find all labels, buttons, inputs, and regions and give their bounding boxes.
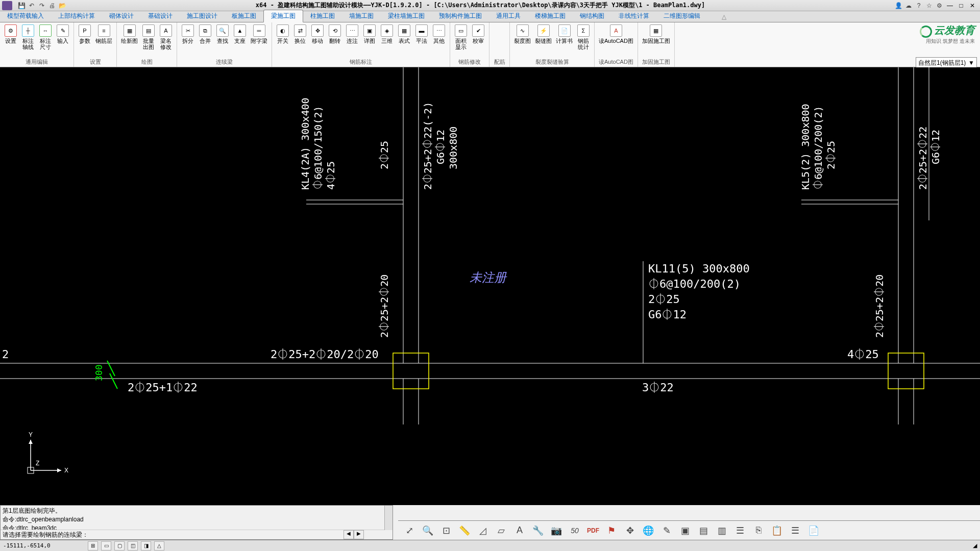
- zoom-in-icon[interactable]: 🔍: [421, 523, 435, 538]
- globe-icon[interactable]: 🌐: [641, 523, 655, 538]
- measure-area-icon[interactable]: ▱: [494, 523, 508, 538]
- rb-toggle[interactable]: ◐开关: [274, 23, 291, 45]
- pdf-icon[interactable]: PDF: [586, 523, 600, 538]
- svg-text:KL4(2A) 300x400: KL4(2A) 300x400: [299, 97, 311, 190]
- rb-area[interactable]: ▭面积 显示: [452, 23, 470, 51]
- gear-icon[interactable]: ⚙: [935, 2, 943, 10]
- tab-14[interactable]: 非线性计算: [611, 10, 656, 22]
- rb-detail[interactable]: ▣详图: [361, 23, 378, 45]
- svg-text:2⏀25+2⏀20: 2⏀25+2⏀20: [873, 274, 886, 338]
- snap-btn-4[interactable]: ◨: [141, 541, 151, 550]
- resize-grip[interactable]: ◢: [973, 542, 977, 549]
- layer3-icon[interactable]: ▥: [715, 523, 729, 538]
- rb-reinforce[interactable]: ▦加固施工图: [640, 23, 672, 45]
- tab-12[interactable]: 楼梯施工图: [528, 10, 573, 22]
- paste-icon[interactable]: 📋: [770, 523, 784, 538]
- snap-btn-5[interactable]: △: [154, 541, 164, 550]
- wrench-icon[interactable]: 🔧: [531, 523, 545, 538]
- user-icon[interactable]: 👤: [894, 2, 902, 10]
- redo-icon[interactable]: ↷: [38, 2, 46, 10]
- rb-stat[interactable]: Σ钢筋 统计: [575, 23, 592, 51]
- rb-cont[interactable]: ⋯连注: [344, 23, 361, 45]
- snap-btn-1[interactable]: ▭: [101, 541, 111, 550]
- close-button[interactable]: ✕: [968, 2, 977, 10]
- tab-1[interactable]: 上部结构计算: [51, 10, 102, 22]
- drawing-canvas[interactable]: 300 2 KL4(2A) 300x400 ⏀6@100/150(2) 4⏀25…: [0, 67, 980, 505]
- snap-btn-2[interactable]: ▢: [114, 541, 125, 550]
- camera-icon[interactable]: 📷: [549, 523, 564, 538]
- tab-0[interactable]: 模型荷载输入: [0, 10, 51, 22]
- rb-subbeam[interactable]: ═附字梁: [249, 23, 270, 45]
- measure-dist-icon[interactable]: 📏: [457, 523, 472, 538]
- cursor-coords: -15111,-6514,0: [3, 542, 85, 549]
- rb-acad[interactable]: A读AutoCAD图: [597, 23, 635, 45]
- rb-flat[interactable]: ▬平法: [413, 23, 430, 45]
- rb-rename[interactable]: A梁名 修改: [157, 23, 175, 51]
- layer1-icon[interactable]: ▣: [678, 523, 692, 538]
- help-icon[interactable]: ?: [915, 2, 923, 10]
- rb-split[interactable]: ✂拆分: [179, 23, 197, 45]
- rb-rebar-layer[interactable]: ≡钢筋层: [93, 23, 114, 45]
- scale-number[interactable]: 50: [568, 523, 582, 538]
- star-icon[interactable]: ☆: [925, 2, 933, 10]
- tab-8[interactable]: 墙施工图: [342, 10, 381, 22]
- zoom-window-icon[interactable]: ⊡: [439, 523, 453, 538]
- print-icon[interactable]: 🖨: [48, 2, 56, 10]
- rb-merge[interactable]: ⧉合并: [197, 23, 214, 45]
- tab-10[interactable]: 预制构件施工图: [432, 10, 489, 22]
- tab-15[interactable]: 二维图形编辑: [656, 10, 707, 22]
- rb-flip[interactable]: ⟲翻转: [326, 23, 344, 45]
- rb-check[interactable]: ✔校审: [470, 23, 487, 45]
- ribbon-collapse[interactable]: △: [718, 12, 730, 22]
- rb-newdraw[interactable]: ▦绘新图: [119, 23, 140, 45]
- rb-crack[interactable]: ⚡裂缝图: [533, 23, 554, 45]
- rb-axis[interactable]: ┼标注 轴线: [19, 23, 37, 51]
- copy-icon[interactable]: ⎘: [751, 523, 766, 538]
- rb-calc[interactable]: 📄计算书: [554, 23, 575, 45]
- pencil-icon[interactable]: ✎: [659, 523, 674, 538]
- rb-3d[interactable]: ◈三维: [378, 23, 396, 45]
- tab-11[interactable]: 通用工具: [489, 10, 528, 22]
- zoom-extents-icon[interactable]: ⤢: [402, 523, 416, 538]
- tab-13[interactable]: 钢结构图: [573, 10, 611, 22]
- rb-settings[interactable]: ⚙设置: [2, 23, 19, 45]
- tab-9[interactable]: 梁柱墙施工图: [381, 10, 432, 22]
- cmdlog-vscroll[interactable]: [384, 506, 393, 530]
- cmdlog-hscroll[interactable]: ◀▶: [344, 530, 384, 539]
- measure-angle-icon[interactable]: ◿: [476, 523, 490, 538]
- tab-2[interactable]: 砌体设计: [102, 10, 141, 22]
- snap-btn-0[interactable]: ⊞: [88, 541, 98, 550]
- cloud-icon[interactable]: ☁: [904, 2, 913, 10]
- rb-dim[interactable]: ↔标注 尺寸: [37, 23, 54, 51]
- save-icon[interactable]: 💾: [17, 2, 26, 10]
- rb-defl[interactable]: ∿裂度图: [512, 23, 533, 45]
- undo-icon[interactable]: ↶: [28, 2, 36, 10]
- floor-selector[interactable]: 自然层1(钢筋层1) ▼: [916, 57, 977, 68]
- maximize-button[interactable]: □: [957, 2, 966, 10]
- rb-find[interactable]: 🔍查找: [214, 23, 231, 45]
- minimize-button[interactable]: —: [945, 2, 954, 10]
- tab-3[interactable]: 基础设计: [141, 10, 180, 22]
- ribbon-group-crack: ∿裂度图 ⚡裂缝图 📄计算书 Σ钢筋 统计 裂度裂缝验算: [510, 22, 595, 67]
- rb-swap[interactable]: ⇄换位: [291, 23, 309, 45]
- rb-params[interactable]: P参数: [76, 23, 93, 45]
- rb-move[interactable]: ✥移动: [309, 23, 326, 45]
- rb-other[interactable]: ⋯其他: [430, 23, 448, 45]
- layers-icon[interactable]: ☰: [733, 523, 747, 538]
- rb-table[interactable]: ▦表式: [396, 23, 413, 45]
- layer2-icon[interactable]: ▤: [696, 523, 710, 538]
- flag-icon[interactable]: ⚑: [604, 523, 619, 538]
- rb-batch[interactable]: ▤批量 出图: [140, 23, 157, 51]
- move-xy-icon[interactable]: ✥: [623, 523, 637, 538]
- snap-btn-3[interactable]: ◫: [128, 541, 138, 550]
- rb-support[interactable]: ▲支座: [231, 23, 249, 45]
- tab-7[interactable]: 柱施工图: [303, 10, 342, 22]
- tab-5[interactable]: 板施工图: [225, 10, 263, 22]
- tab-4[interactable]: 施工图设计: [180, 10, 225, 22]
- rb-input[interactable]: ✎输入: [54, 23, 71, 45]
- list-icon[interactable]: ☰: [788, 523, 802, 538]
- open-icon[interactable]: 📂: [58, 2, 66, 10]
- doc-icon[interactable]: 📄: [806, 523, 821, 538]
- text-tool-icon[interactable]: A: [512, 523, 527, 538]
- tab-6[interactable]: 梁施工图: [263, 10, 303, 22]
